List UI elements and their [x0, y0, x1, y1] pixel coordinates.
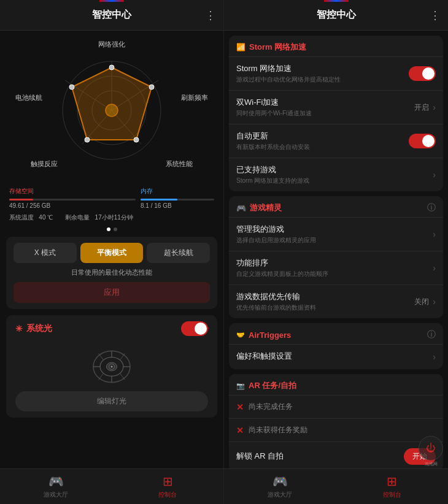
left-nav-console[interactable]: ⊞ 控制台 [112, 469, 223, 504]
dot-1 [107, 227, 110, 231]
right-panel: 智控中心 ⋮ 📶 Storm 网络加速 Storm 网络加速 游戏过程中自动优化… [224, 0, 448, 504]
left-header: 智控中心 ⋮ [0, 0, 223, 31]
radar-label-left: 电池续航 [15, 93, 42, 102]
sys-temp-label: 系统温度 [9, 214, 34, 221]
auto-update-toggle[interactable] [409, 134, 436, 148]
left-title: 智控中心 [92, 9, 131, 21]
dot-indicator [0, 225, 223, 234]
svg-point-10 [109, 65, 114, 70]
unlock-ar-row: 解锁 AR 自拍 开始 [229, 441, 443, 468]
game-genie-info-icon[interactable]: ⓘ [427, 202, 436, 213]
storage-bar [9, 199, 136, 200]
system-light-section: ✳ 系统光 [6, 315, 217, 418]
svg-point-14 [69, 85, 74, 90]
airtriggers-title: 🤝 AirTriggers [236, 330, 291, 340]
radar-labels: 网络强化 刷新频率 系统性能 触摸反应 电池续航 [12, 37, 211, 178]
data-priority-row[interactable]: 游戏数据优先传输 优先传输前台游戏的数据资料 关闭 › [229, 284, 443, 318]
function-order-sub: 自定义游戏精灵面板上的功能顺序 [236, 270, 433, 278]
stats-row: 存储空间 49.61 / 256 GB 内存 8.1 / 16 GB [0, 184, 223, 212]
svg-point-27 [110, 365, 112, 367]
dual-wifi-sub: 同时使用两个Wi-Fi通道加速 [236, 109, 414, 118]
mode-btn-x[interactable]: X 模式 [14, 243, 77, 263]
left-nav-game-hall[interactable]: 🎮 游戏大厅 [0, 469, 112, 504]
storm-network-toggle[interactable] [409, 66, 436, 81]
system-light-toggle[interactable] [181, 321, 208, 336]
right-menu-button[interactable]: ⋮ [430, 9, 441, 22]
touch-settings-row[interactable]: 偏好和触摸设置 › [229, 344, 443, 369]
apply-button[interactable]: 应用 [14, 282, 210, 303]
manage-games-row[interactable]: 管理我的游戏 选择自动启用游戏精灵的应用 › [229, 217, 443, 251]
storm-network-main: Storm 网络加速 [236, 63, 409, 74]
right-game-hall-label: 游戏大厅 [268, 491, 292, 499]
memory-bar-fill [141, 199, 177, 200]
right-game-hall-icon: 🎮 [272, 474, 288, 489]
data-priority-right: 关闭 › [414, 297, 436, 307]
gamepad-icon: 🎮 [236, 204, 246, 213]
right-console-icon: ⊞ [387, 474, 397, 489]
ar-reward-incomplete-text: 尚未获得任务奖励 [249, 425, 307, 435]
airtriggers-info-icon[interactable]: ⓘ [427, 329, 436, 340]
right-header: 智控中心 ⋮ [224, 0, 448, 31]
function-order-row[interactable]: 功能排序 自定义游戏精灵面板上的功能顺序 › [229, 251, 443, 284]
storm-network-info: Storm 网络加速 游戏过程中自动优化网络并提高稳定性 [236, 63, 409, 84]
left-menu-button[interactable]: ⋮ [205, 9, 216, 22]
console-icon: ⊞ [163, 474, 173, 489]
game-hall-label: 游戏大厅 [44, 491, 68, 499]
manage-games-right: › [433, 229, 436, 239]
dot-2 [114, 227, 117, 231]
supported-games-right: › [433, 170, 436, 180]
right-nav-console[interactable]: ⊞ 控制台 [336, 469, 449, 504]
ar-section-title: 📷 AR 任务/自拍 [236, 380, 296, 391]
svg-point-12 [134, 137, 139, 142]
svg-point-9 [106, 104, 118, 116]
right-title: 智控中心 [317, 9, 356, 21]
supported-games-info: 已支持游戏 Storm 网络加速支持的游戏 [236, 164, 433, 185]
watermark-power-icon: ⏻ [426, 443, 436, 454]
ar-section: 📷 AR 任务/自拍 ✕ 尚未完成任务 ✕ 尚未获得任务奖励 解锁 AR 自拍 … [229, 374, 443, 468]
ar-task-incomplete-text: 尚未完成任务 [249, 402, 293, 412]
storage-label: 存储空间 [9, 187, 136, 196]
mode-btn-balanced[interactable]: 平衡模式 [80, 243, 144, 263]
memory-stat: 内存 8.1 / 16 GB [141, 187, 214, 209]
watermark: ⏻ 泡泡网 [419, 436, 443, 467]
right-nav-game-hall[interactable]: 🎮 游戏大厅 [224, 469, 336, 504]
game-genie-title: 🎮 游戏精灵 [236, 202, 282, 213]
star-icon: ✳ [15, 324, 23, 334]
supported-games-sub: Storm 网络加速支持的游戏 [236, 177, 433, 185]
rog-logo [90, 348, 133, 385]
storm-network-row: Storm 网络加速 游戏过程中自动优化网络并提高稳定性 [229, 56, 443, 90]
auto-update-main: 自动更新 [236, 131, 409, 142]
data-priority-sub: 优先传输前台游戏的数据资料 [236, 304, 414, 312]
left-bottom-nav: 🎮 游戏大厅 ⊞ 控制台 [0, 468, 223, 504]
dual-wifi-chevron: › [433, 102, 436, 112]
storage-bar-fill [9, 199, 33, 200]
manage-games-main: 管理我的游戏 [236, 224, 433, 235]
sys-row: 系统温度 40 ℃ 剩余电量 17小时11分钟 [0, 212, 223, 225]
right-content: 📶 Storm 网络加速 Storm 网络加速 游戏过程中自动优化网络并提高稳定… [224, 31, 448, 468]
sys-temp-value: 40 ℃ [39, 214, 53, 221]
mode-section: X 模式 平衡模式 超长续航 日常使用的最佳化动态性能 应用 [6, 237, 217, 309]
edit-light-button[interactable]: 编辑灯光 [15, 391, 208, 411]
airtrigger-icon: 🤝 [236, 331, 245, 339]
mode-btn-long[interactable]: 超长续航 [147, 243, 210, 263]
rog-logo-area [15, 342, 208, 391]
function-order-info: 功能排序 自定义游戏精灵面板上的功能顺序 [236, 258, 433, 278]
ar-task-incomplete-row: ✕ 尚未完成任务 [229, 395, 443, 418]
data-priority-chevron: › [433, 297, 436, 307]
function-order-main: 功能排序 [236, 258, 433, 269]
left-panel: 智控中心 ⋮ 网络强化 刷新频率 系统性能 触摸反应 电池续航 [0, 0, 224, 504]
data-priority-main: 游戏数据优先传输 [236, 291, 414, 302]
storm-network-right [409, 66, 436, 81]
mode-description: 日常使用的最佳化动态性能 [14, 268, 210, 277]
supported-games-row[interactable]: 已支持游戏 Storm 网络加速支持的游戏 › [229, 158, 443, 191]
dual-wifi-row[interactable]: 双Wi-Fi加速 同时使用两个Wi-Fi通道加速 开启 › [229, 90, 443, 124]
airtriggers-section: 🤝 AirTriggers ⓘ 偏好和触摸设置 › [229, 323, 443, 369]
right-bottom-nav: 🎮 游戏大厅 ⊞ 控制台 [224, 468, 448, 504]
ar-icon: 📷 [236, 382, 245, 390]
data-priority-info: 游戏数据优先传输 优先传输前台游戏的数据资料 [236, 291, 414, 312]
mode-buttons: X 模式 平衡模式 超长续航 [14, 243, 210, 263]
memory-value: 8.1 / 16 GB [141, 202, 214, 209]
x-icon-1: ✕ [236, 402, 244, 412]
game-genie-header: 🎮 游戏精灵 ⓘ [229, 196, 443, 217]
right-header-accent [324, 0, 349, 2]
